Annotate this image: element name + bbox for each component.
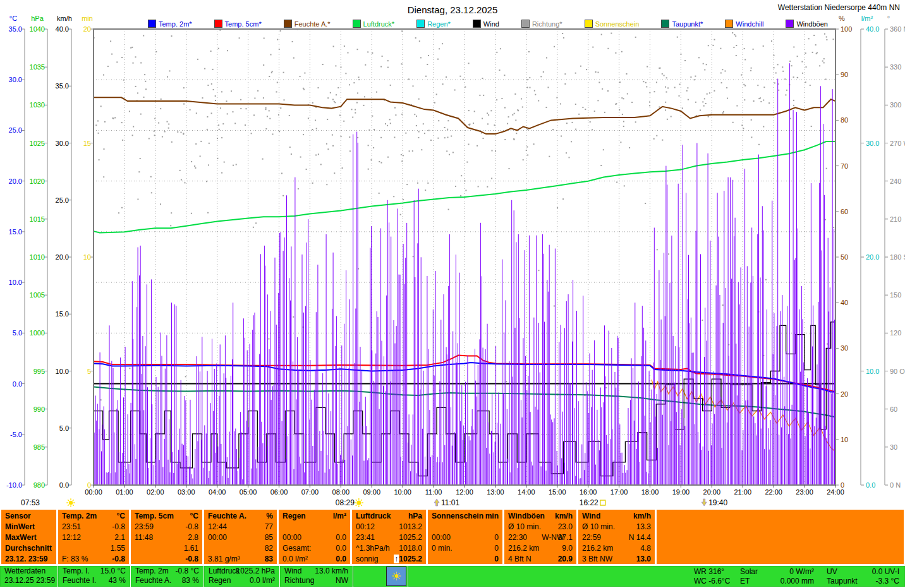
stats-value: 1025.2 xyxy=(399,532,422,543)
axis-tick-label: 210 xyxy=(890,215,901,223)
x-axis-label: 21:00 xyxy=(734,488,751,496)
stats-col-title: Temp. 5cm xyxy=(135,511,174,522)
sun-moon-time-label: 19:40 xyxy=(708,498,727,507)
x-axis-label: 18:00 xyxy=(641,488,659,496)
stats-value: 0.0 xyxy=(336,554,346,565)
axis-tick-label: 30.0 xyxy=(9,76,22,83)
axis-tick-label: 0.0 xyxy=(13,380,22,388)
axis-tick-label: 40.0 xyxy=(866,25,879,33)
stats-value-time: Gesamt: xyxy=(282,543,311,554)
status-text: 23.12.25 23:59 xyxy=(4,576,61,585)
stats-value: 2.8 xyxy=(188,532,198,543)
axis-tick-label: 0 N xyxy=(890,481,901,489)
stats-col-sonnenschein: Sonnenscheinmin00:0000 min.00 xyxy=(428,510,502,564)
axis-tick-label: 60 xyxy=(890,405,897,413)
axis-tick-label: 360 N xyxy=(890,25,905,33)
stats-col-unit: °C xyxy=(190,511,198,522)
stats-value-time: Ø 10 min. xyxy=(582,522,615,532)
x-axis-label: 12:00 xyxy=(456,488,473,496)
axis-tick-label: 980 xyxy=(33,481,45,489)
axis-tick-label: 90 xyxy=(841,71,848,78)
stats-value-time: 00:00 xyxy=(282,532,301,543)
axis-tick-label: 100 xyxy=(841,25,852,33)
axis-header: °C xyxy=(9,15,17,22)
axis-tick-label: 15 xyxy=(83,140,91,147)
axis-header: l/m² xyxy=(861,15,873,22)
stats-value: 13.0 xyxy=(636,554,651,565)
axis-tick-label: 30 xyxy=(841,344,848,352)
sun-icon xyxy=(355,498,363,507)
x-axis-label: 09:00 xyxy=(363,488,380,496)
axis-tick-label: 40 xyxy=(841,299,848,306)
axis-tick-label: 30.0 xyxy=(866,140,879,147)
status-right-value: 0.000 mm xyxy=(765,577,814,586)
status-cell-2: Temp. 2m-0.8 °CFeuchte A.83 % xyxy=(131,566,203,587)
stats-value-time: 4 Bft N xyxy=(508,554,531,565)
status-weather-icon-cell: ☀ xyxy=(353,566,408,587)
x-axis-label: 22:00 xyxy=(765,488,782,496)
weather-chart-plot: 35.030.025.020.015.010.05.00.0-5.0-10.0°… xyxy=(0,0,905,509)
stats-value: N 14.4 xyxy=(629,532,651,543)
stats-value-time: 22:59 xyxy=(582,532,601,543)
x-axis-label: 08:00 xyxy=(332,488,350,496)
stats-value: 23.0 xyxy=(558,522,573,532)
stats-value-time: F: 83 % xyxy=(62,554,88,565)
axis-tick-label: 50 xyxy=(841,253,848,261)
stats-value: -0.8 xyxy=(185,554,198,565)
stats-value: 0.0 xyxy=(336,543,346,554)
stats-value-time: 00:00 xyxy=(208,532,227,543)
stats-value: 20.9 xyxy=(558,554,573,565)
stats-col-title: Temp. 2m xyxy=(62,511,97,522)
sun-moon-time-label: 11:01 xyxy=(441,498,459,507)
axis-tick-label: 0.0 xyxy=(59,481,69,489)
moonset-icon xyxy=(702,499,707,506)
stats-col-title: Feuchte A. xyxy=(208,511,246,522)
stats-col-temp-5cm: Temp. 5cm°C23:59-0.811:482.81.61-0.8 xyxy=(131,510,202,564)
stats-value: -0.8 xyxy=(112,554,125,565)
status-right-cell: WR 316°WC -6.6°CSolar0 W/m²ET0.000 mmUV0… xyxy=(408,566,905,587)
x-axis-label: 02:00 xyxy=(147,488,164,496)
x-axis-label: 16:00 xyxy=(580,488,597,496)
axis-tick-label: 80 xyxy=(841,116,848,124)
status-text: Wetterdaten xyxy=(4,567,61,576)
x-axis-label: 01:00 xyxy=(116,488,133,496)
stats-col-feuchte-a-: Feuchte A.%12:447700:0085823.81 g/m³83 xyxy=(204,510,277,564)
stats-col-unit: °C xyxy=(117,511,125,522)
status-right-value: -3.3 °C xyxy=(855,577,899,586)
stats-value-time: 216.2 km xyxy=(582,543,613,554)
axis-tick-label: 5.0 xyxy=(13,329,22,337)
stats-col-windb-en: Windböenkm/hØ 10 min.23.022:30W-NW37.121… xyxy=(504,510,576,564)
x-axis-label: 13:00 xyxy=(487,488,504,496)
axis-tick-label: 30 xyxy=(890,443,897,451)
stats-value: 0 xyxy=(494,532,499,543)
stats-value-time: 00:12 xyxy=(356,522,375,532)
stats-row-label: MaxWert xyxy=(5,532,37,543)
status-cell-1: Temp. I.15.0 °CFeuchte I.43 % xyxy=(58,566,130,587)
stats-row-label: Durchschnitt xyxy=(5,543,52,554)
x-axis-label: 06:00 xyxy=(270,488,288,496)
stats-value-time: Ø 10 min. xyxy=(508,522,541,532)
stats-row-label: 23.12. 23:59 xyxy=(5,554,47,565)
x-axis-label: 11:00 xyxy=(425,488,442,496)
axis-tick-label: 1015 xyxy=(30,215,45,223)
axis-tick-label: 1020 xyxy=(30,177,45,185)
sun-moon-time-label: 16:22 xyxy=(580,498,598,507)
axis-tick-label: 20.0 xyxy=(56,253,69,261)
stats-value-time: 216.2 km xyxy=(508,543,539,554)
stats-value: 2.1 xyxy=(114,532,125,543)
sun-moon-time-label: 08:29 xyxy=(336,498,355,507)
axis-tick-label: 1035 xyxy=(30,63,45,71)
stats-value: 4.8 xyxy=(640,543,651,554)
stats-value-time: 3 Bft NW xyxy=(582,554,612,565)
stats-col-unit: min xyxy=(485,511,499,522)
axis-header: hPa xyxy=(31,15,44,22)
weather-station-window: Dienstag, 23.12.2025 Wetterstation Niede… xyxy=(0,0,905,588)
axis-tick-label: 25.0 xyxy=(9,126,22,134)
axis-tick-label: 10 xyxy=(83,253,91,261)
stats-value: 1013.2 xyxy=(399,522,422,532)
status-value: 13.0 km/h xyxy=(315,567,348,576)
stats-col-unit: km/h xyxy=(555,511,573,522)
axis-tick-label: 1025 xyxy=(30,140,45,147)
stats-col-title: Windböen xyxy=(508,511,545,522)
status-cell-0: Wetterdaten23.12.25 23:59 xyxy=(0,566,58,587)
